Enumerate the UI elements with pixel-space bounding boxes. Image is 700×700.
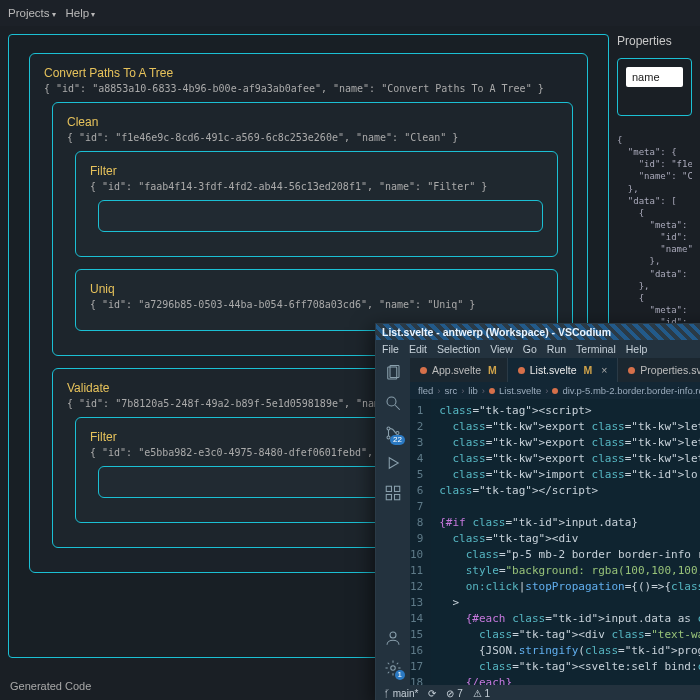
chevron-down-icon: ▾ [52, 10, 56, 19]
editor-tab[interactable]: App.svelteM [410, 358, 508, 382]
status-bar: ᚶ main* ⟳ ⊘ 7 ⚠ 1 Ln 9, Col 7 [376, 685, 700, 700]
svg-rect-10 [386, 495, 391, 500]
search-icon[interactable] [384, 394, 402, 412]
codium-menu-help[interactable]: Help [626, 343, 648, 355]
errors-count[interactable]: ⊘ 7 [446, 688, 462, 699]
svg-point-12 [390, 632, 396, 638]
editor-tabs: App.svelteMList.svelteM×Properties.svelt… [410, 358, 700, 382]
name-field[interactable] [626, 67, 683, 87]
tree-node-name: Convert Paths To A Tree [44, 66, 573, 80]
codium-menu-selection[interactable]: Selection [437, 343, 480, 355]
scm-icon[interactable]: 22 [384, 424, 402, 442]
close-icon[interactable]: × [601, 364, 607, 376]
editor-area: App.svelteMList.svelteM×Properties.svelt… [410, 358, 700, 685]
tree-node-empty[interactable] [98, 200, 543, 232]
code-editor[interactable]: 123456789101112131415161718192021 class=… [410, 399, 700, 685]
svg-point-4 [387, 427, 390, 430]
tree-node-name: Clean [67, 115, 558, 129]
tree-node-meta: { "id": "faab4f14-3fdf-4fd2-ab44-56c13ed… [90, 181, 543, 192]
tree-node-meta: { "id": "a8853a10-6833-4b96-b00e-af9a3ab… [44, 83, 573, 94]
tree-node-meta: { "id": "a7296b85-0503-44ba-b054-6ff708a… [90, 299, 543, 310]
explorer-icon[interactable] [384, 364, 402, 382]
codium-menu-terminal[interactable]: Terminal [576, 343, 616, 355]
activity-bar: 22 1 [376, 358, 410, 685]
tree-node-meta: { "id": "f1e46e9c-8cd6-491c-a569-6c8c253… [67, 132, 558, 143]
codium-titlebar[interactable]: List.svelte - antwerp (Workspace) - VSCo… [376, 324, 700, 340]
svg-line-3 [395, 405, 400, 410]
settings-icon[interactable]: 1 [384, 659, 402, 677]
scm-badge: 22 [390, 435, 405, 445]
svg-rect-8 [386, 486, 391, 491]
tree-node[interactable]: Filter{ "id": "faab4f14-3fdf-4fd2-ab44-5… [75, 151, 558, 257]
breadcrumb[interactable]: fled›src›lib›List.svelte›div.p-5.mb-2.bo… [410, 382, 700, 399]
chevron-down-icon: ▾ [91, 10, 95, 19]
codium-menu-edit[interactable]: Edit [409, 343, 427, 355]
svg-rect-9 [395, 486, 400, 491]
svg-marker-7 [389, 458, 398, 469]
tree-node-name: Uniq [90, 282, 543, 296]
codium-menu-view[interactable]: View [490, 343, 513, 355]
codium-window[interactable]: List.svelte - antwerp (Workspace) - VSCo… [375, 323, 700, 700]
menu-projects[interactable]: Projects▾ [8, 7, 56, 19]
extensions-icon[interactable] [384, 484, 402, 502]
svelte-icon [518, 367, 525, 374]
footer-text: Generated Code [10, 680, 91, 692]
properties-title: Properties [617, 34, 692, 48]
sync-icon[interactable]: ⟳ [428, 688, 436, 699]
properties-json: { "meta": { "id": "f1e46 "name": "Clea }… [617, 134, 692, 328]
debug-icon[interactable] [384, 454, 402, 472]
branch-indicator[interactable]: ᚶ main* [384, 688, 418, 699]
warnings-count[interactable]: ⚠ 1 [473, 688, 490, 699]
editor-tab[interactable]: List.svelteM× [508, 358, 619, 382]
menu-help[interactable]: Help▾ [66, 7, 96, 19]
codium-menu-file[interactable]: File [382, 343, 399, 355]
svg-point-13 [391, 666, 396, 671]
svelte-icon [420, 367, 427, 374]
svg-rect-11 [395, 495, 400, 500]
settings-badge: 1 [395, 670, 405, 680]
tree-node-name: Filter [90, 164, 543, 178]
tree-node[interactable]: Uniq{ "id": "a7296b85-0503-44ba-b054-6ff… [75, 269, 558, 331]
codium-menu-go[interactable]: Go [523, 343, 537, 355]
codium-menubar: FileEditSelectionViewGoRunTerminalHelp [376, 340, 700, 358]
editor-tab[interactable]: Properties.svelte1, U [618, 358, 700, 382]
svelte-icon [628, 367, 635, 374]
app-menubar: Projects▾ Help▾ [0, 0, 700, 26]
tree-node[interactable]: Clean{ "id": "f1e46e9c-8cd6-491c-a569-6c… [52, 102, 573, 356]
svg-point-2 [387, 397, 396, 406]
codium-menu-run[interactable]: Run [547, 343, 566, 355]
account-icon[interactable] [384, 629, 402, 647]
